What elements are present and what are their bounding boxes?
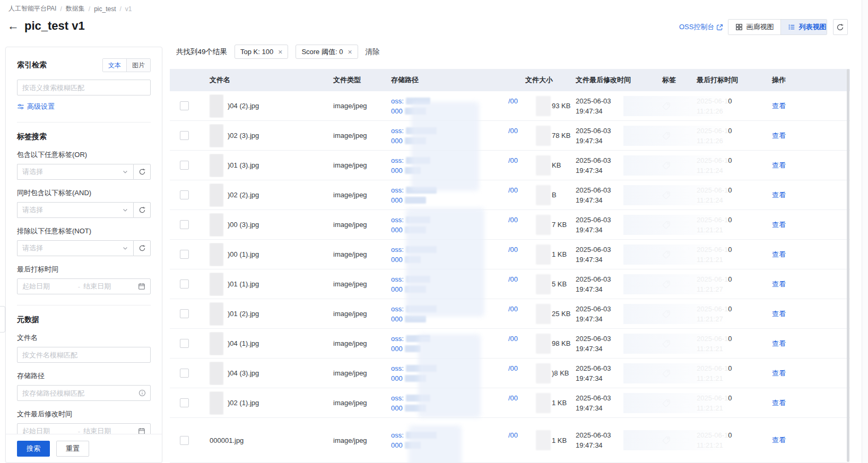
thumbnail-redacted[interactable] (210, 391, 223, 415)
oss-console-label: OSS控制台 (679, 22, 714, 32)
path-link-line1[interactable]: oss: /00 (391, 363, 525, 373)
path-prefix: oss: (391, 393, 404, 403)
thumbnail-redacted[interactable] (210, 94, 223, 118)
path-link-line1[interactable]: oss: /00 (391, 215, 525, 225)
thumbnail-redacted[interactable] (210, 124, 223, 147)
tag-and-refresh-button[interactable] (133, 202, 151, 218)
filename-cell: )01 (3).jpg (199, 154, 333, 177)
path-link-line2[interactable]: 000 (391, 440, 525, 450)
view-link[interactable]: 查看 (772, 250, 786, 258)
gallery-view-button[interactable]: 画廊视图 (728, 20, 780, 34)
path-link-line2[interactable]: 000 (391, 255, 525, 265)
path-link-line1[interactable]: oss: /00 (391, 334, 525, 344)
sidebar-collapse-handle[interactable] (0, 306, 5, 333)
path-link-line1[interactable]: oss: /00 (391, 96, 525, 106)
row-checkbox[interactable] (180, 250, 189, 259)
thumbnail-redacted[interactable] (210, 213, 223, 237)
thumbnail-redacted[interactable] (210, 184, 223, 207)
path-link-line1[interactable]: oss: /00 (391, 126, 525, 136)
thumbnail-redacted[interactable] (210, 154, 223, 177)
search-button[interactable]: 搜索 (17, 441, 50, 457)
path-link-line2[interactable]: 000 (391, 403, 525, 413)
semantic-search-input[interactable] (17, 80, 151, 95)
breadcrumb-item[interactable]: 数据集 (66, 4, 85, 13)
date-start-placeholder: 起始日期 (22, 282, 75, 291)
close-icon[interactable]: × (348, 48, 352, 56)
page-scrollbar[interactable] (862, 0, 868, 463)
row-checkbox[interactable] (180, 190, 189, 199)
thumbnail-redacted[interactable] (210, 243, 223, 266)
view-link[interactable]: 查看 (772, 436, 786, 444)
row-checkbox[interactable] (180, 101, 189, 110)
path-link-line2[interactable]: 000 (391, 106, 525, 116)
thumbnail-redacted[interactable] (210, 332, 223, 355)
tab-text-search[interactable]: 文本 (103, 59, 126, 72)
path-link-line1[interactable]: oss: /00 (391, 274, 525, 284)
row-checkbox[interactable] (180, 436, 189, 445)
view-link[interactable]: 查看 (772, 221, 786, 229)
reset-button[interactable]: 重置 (56, 441, 89, 457)
back-arrow-icon[interactable]: ← (7, 20, 19, 32)
table-body: )04 (2).jpg image/jpeg oss: /00 000 93 K… (170, 91, 850, 463)
path-link-line1[interactable]: oss: /00 (391, 393, 525, 403)
view-link[interactable]: 查看 (772, 369, 786, 377)
breadcrumb-item[interactable]: 人工智能平台PAI (8, 4, 56, 13)
view-link[interactable]: 查看 (772, 399, 786, 407)
view-link[interactable]: 查看 (772, 310, 786, 318)
path-link-line2[interactable]: 000 (391, 136, 525, 146)
tag-and-select[interactable]: 请选择 (17, 202, 133, 218)
table-scrollbar[interactable] (847, 69, 849, 462)
path-link-line2[interactable]: 000 (391, 165, 525, 176)
row-checkbox[interactable] (180, 131, 189, 140)
last-tag-time-range[interactable]: 起始日期 - 结束日期 (17, 278, 151, 294)
thumbnail-redacted[interactable] (210, 362, 223, 385)
view-link[interactable]: 查看 (772, 102, 786, 110)
path-link-line1[interactable]: oss: /00 (391, 155, 525, 165)
filename-input[interactable] (17, 347, 151, 363)
row-checkbox[interactable] (180, 398, 189, 407)
path-prefix: oss: (391, 215, 404, 225)
redaction-wash (623, 155, 728, 176)
row-checkbox[interactable] (180, 161, 189, 170)
tag-not-refresh-button[interactable] (133, 240, 151, 256)
thumbnail-redacted[interactable] (210, 273, 223, 296)
path-link-line2[interactable]: 000 (391, 373, 525, 383)
tab-image-search[interactable]: 图片 (126, 59, 150, 72)
oss-console-link[interactable]: OSS控制台 (679, 22, 723, 32)
tag-or-select[interactable]: 请选择 (17, 164, 133, 180)
row-checkbox[interactable] (180, 309, 189, 318)
storage-path-input[interactable] (17, 385, 151, 401)
path-link-line2[interactable]: 000 (391, 195, 525, 205)
tag-or-refresh-button[interactable] (133, 164, 151, 180)
path-link-line2[interactable]: 000 (391, 314, 525, 324)
header-filetype: 文件类型 (333, 75, 391, 85)
thumbnail-redacted[interactable] (210, 302, 223, 326)
path-link-line1[interactable]: oss: /00 (391, 244, 525, 255)
path-link-line2[interactable]: 000 (391, 344, 525, 354)
row-checkbox[interactable] (180, 279, 189, 289)
list-view-button[interactable]: 列表视图 (780, 20, 827, 34)
clear-filters-link[interactable]: 清除 (366, 47, 380, 57)
path-link-line1[interactable]: oss: /00 (391, 185, 525, 195)
view-link[interactable]: 查看 (772, 280, 786, 288)
refresh-icon (836, 23, 844, 31)
tag-not-select[interactable]: 请选择 (17, 240, 133, 256)
refresh-button[interactable] (833, 19, 848, 35)
path-link-line2[interactable]: 000 (391, 225, 525, 235)
filter-chip-topk-label: Top K: 100 (240, 48, 273, 56)
path-prefix: oss: (391, 126, 404, 136)
view-link[interactable]: 查看 (772, 132, 786, 139)
path-link-line2[interactable]: 000 (391, 284, 525, 294)
advanced-settings-link[interactable]: 高级设置 (17, 102, 151, 111)
view-link[interactable]: 查看 (772, 339, 786, 347)
row-checkbox[interactable] (180, 220, 189, 229)
view-link[interactable]: 查看 (772, 161, 786, 169)
row-checkbox[interactable] (180, 369, 189, 378)
path-link-line1[interactable]: oss: /00 (391, 304, 525, 314)
path-link-line1[interactable]: oss: /00 (391, 430, 525, 440)
view-link[interactable]: 查看 (772, 191, 786, 199)
row-checkbox[interactable] (180, 339, 189, 348)
list-icon (788, 23, 795, 31)
close-icon[interactable]: × (278, 48, 282, 56)
breadcrumb-item[interactable]: pic_test (94, 5, 116, 13)
